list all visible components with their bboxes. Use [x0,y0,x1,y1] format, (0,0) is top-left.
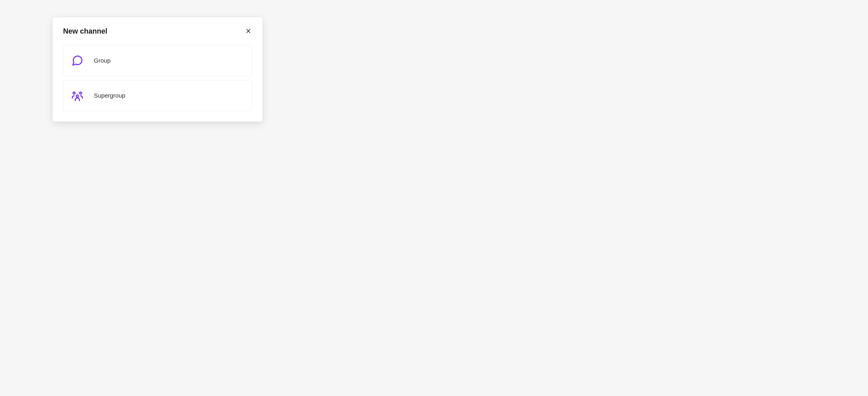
channel-type-options: Group Supergroup [63,45,252,111]
option-group[interactable]: Group [63,45,252,76]
option-label: Group [94,57,111,64]
modal-header: New channel [63,27,252,35]
modal-title: New channel [63,27,107,35]
option-supergroup[interactable]: Supergroup [63,80,252,111]
speech-bubble-icon [71,55,83,66]
close-icon [246,28,251,34]
option-label: Supergroup [94,92,125,99]
users-group-icon [71,89,83,102]
close-button[interactable] [245,27,252,35]
new-channel-modal: New channel Group [53,17,262,121]
svg-point-2 [76,95,79,97]
svg-point-4 [80,92,82,94]
svg-point-3 [73,92,75,94]
